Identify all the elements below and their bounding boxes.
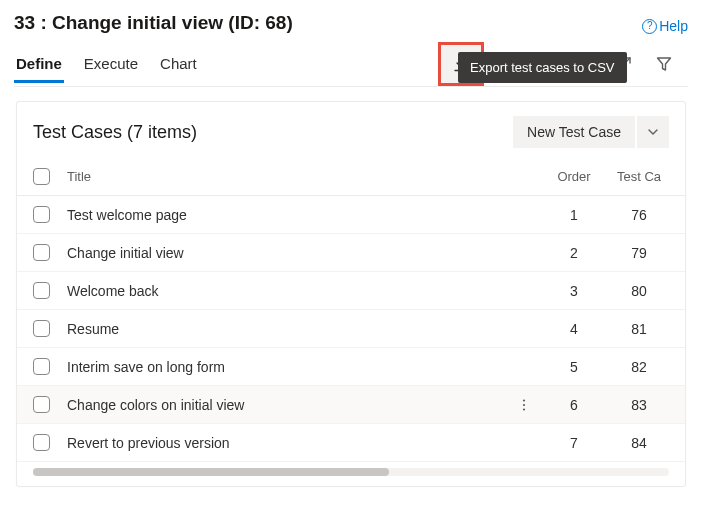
- help-icon: ?: [642, 19, 657, 34]
- row-checkbox[interactable]: [33, 244, 50, 261]
- row-title: Change colors on initial view: [67, 397, 539, 413]
- row-checkbox[interactable]: [33, 434, 50, 451]
- svg-marker-14: [658, 58, 671, 70]
- tab-chart[interactable]: Chart: [158, 47, 199, 82]
- new-test-case-button[interactable]: New Test Case: [513, 116, 635, 148]
- svg-point-16: [523, 403, 525, 405]
- row-test-case-id: 76: [609, 207, 669, 223]
- svg-line-12: [625, 58, 630, 63]
- row-order: 6: [539, 397, 609, 413]
- new-test-case-dropdown[interactable]: [637, 116, 669, 148]
- table-row[interactable]: Test welcome page176: [17, 196, 685, 234]
- column-header-title[interactable]: Title: [67, 169, 539, 184]
- table-row[interactable]: Change colors on initial view683: [17, 386, 685, 424]
- page-title: 33 : Change initial view (ID: 68): [14, 12, 293, 34]
- help-link[interactable]: ? Help: [642, 18, 688, 34]
- horizontal-scrollbar[interactable]: [33, 468, 669, 476]
- row-more-button[interactable]: [517, 398, 535, 412]
- row-test-case-id: 84: [609, 435, 669, 451]
- row-order: 4: [539, 321, 609, 337]
- table-row[interactable]: Resume481: [17, 310, 685, 348]
- row-checkbox[interactable]: [33, 282, 50, 299]
- filter-button[interactable]: [644, 45, 684, 83]
- chevron-down-icon: [647, 126, 659, 138]
- horizontal-scrollbar-thumb[interactable]: [33, 468, 389, 476]
- filter-icon: [656, 56, 672, 72]
- row-title: Welcome back: [67, 283, 539, 299]
- row-checkbox[interactable]: [33, 358, 50, 375]
- upload-icon: [496, 56, 512, 72]
- table-row[interactable]: Revert to previous version784: [17, 424, 685, 462]
- test-cases-panel: Test Cases (7 items) New Test Case Title…: [16, 101, 686, 487]
- import-button[interactable]: [484, 45, 524, 83]
- fullscreen-button[interactable]: [604, 45, 644, 83]
- column-options-button[interactable]: [564, 45, 604, 83]
- svg-point-15: [523, 399, 525, 401]
- expand-icon: [616, 56, 632, 72]
- row-order: 1: [539, 207, 609, 223]
- export-csv-button[interactable]: [438, 42, 484, 86]
- table-header: Title Order Test Ca: [17, 158, 685, 196]
- svg-point-17: [523, 408, 525, 410]
- row-test-case-id: 82: [609, 359, 669, 375]
- grid-icon: [536, 56, 552, 72]
- tab-define[interactable]: Define: [14, 47, 64, 82]
- row-test-case-id: 83: [609, 397, 669, 413]
- columns-edit-icon: [575, 56, 593, 72]
- svg-rect-9: [577, 58, 587, 71]
- svg-rect-4: [538, 58, 551, 71]
- tab-bar: Define Execute Chart: [14, 47, 199, 82]
- help-label: Help: [659, 18, 688, 34]
- row-title: Change initial view: [67, 245, 539, 261]
- row-title: Revert to previous version: [67, 435, 539, 451]
- column-header-testcase[interactable]: Test Ca: [609, 169, 669, 184]
- row-checkbox[interactable]: [33, 320, 50, 337]
- panel-title: Test Cases (7 items): [33, 122, 197, 143]
- toolbar: [438, 42, 688, 86]
- tab-execute[interactable]: Execute: [82, 47, 140, 82]
- row-title: Resume: [67, 321, 539, 337]
- table-row[interactable]: Change initial view279: [17, 234, 685, 272]
- column-header-order[interactable]: Order: [539, 169, 609, 184]
- grid-view-button[interactable]: [524, 45, 564, 83]
- row-test-case-id: 81: [609, 321, 669, 337]
- row-order: 7: [539, 435, 609, 451]
- row-order: 2: [539, 245, 609, 261]
- row-order: 5: [539, 359, 609, 375]
- svg-line-13: [618, 65, 623, 70]
- row-order: 3: [539, 283, 609, 299]
- table-row[interactable]: Interim save on long form582: [17, 348, 685, 386]
- download-icon: [453, 56, 469, 72]
- row-title: Interim save on long form: [67, 359, 539, 375]
- select-all-checkbox[interactable]: [33, 168, 50, 185]
- row-test-case-id: 80: [609, 283, 669, 299]
- row-checkbox[interactable]: [33, 206, 50, 223]
- row-title: Test welcome page: [67, 207, 539, 223]
- row-test-case-id: 79: [609, 245, 669, 261]
- table-row[interactable]: Welcome back380: [17, 272, 685, 310]
- row-checkbox[interactable]: [33, 396, 50, 413]
